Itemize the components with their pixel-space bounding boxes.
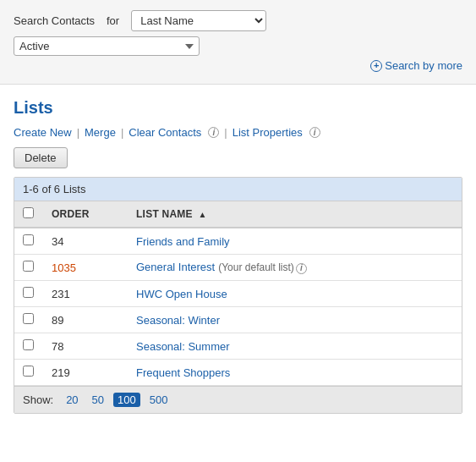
search-field-select[interactable]: Last Name First Name Email Phone (131, 10, 266, 31)
list-name-link[interactable]: Seasonal: Winter (136, 314, 220, 327)
list-name-link[interactable]: Frequent Shoppers (136, 366, 230, 379)
header-list-name-col[interactable]: LIST NAME ▲ (128, 201, 462, 228)
order-cell: 89 (43, 307, 128, 333)
delete-button[interactable]: Delete (14, 147, 68, 168)
search-status-select[interactable]: Active Inactive All (14, 36, 200, 56)
list-name-cell: Seasonal: Summer (128, 333, 462, 360)
table-row: 78Seasonal: Summer (14, 333, 462, 360)
search-section: Search Contacts for Last Name First Name… (0, 0, 476, 85)
default-list-info-icon[interactable]: i (296, 263, 307, 274)
order-cell: 78 (43, 333, 128, 360)
page-size-20[interactable]: 20 (62, 393, 82, 407)
search-label: Search Contacts (14, 14, 98, 27)
list-name-cell: HWC Open House (128, 281, 462, 307)
page-size-500[interactable]: 500 (145, 393, 172, 407)
separator-3: | (224, 126, 227, 139)
separator-2: | (121, 126, 123, 139)
list-properties-info-icon[interactable]: i (309, 127, 320, 138)
create-new-link[interactable]: Create New (14, 126, 72, 139)
order-cell: 1035 (43, 255, 128, 281)
list-name-cell: Friends and Family (128, 228, 462, 255)
lists-title: Lists (14, 98, 462, 118)
main-content: Lists Create New | Merge | Clear Contact… (0, 85, 476, 414)
list-name-link[interactable]: HWC Open House (136, 288, 227, 300)
order-cell: 34 (43, 228, 128, 255)
table-row: 219Frequent Shoppers (14, 360, 462, 386)
row-checkbox-cell (14, 360, 43, 386)
row-checkbox-cell (14, 307, 43, 333)
list-name-cell: General Interest(Your default list)i (128, 255, 462, 281)
row-checkbox-5[interactable] (23, 366, 34, 377)
row-checkbox-cell (14, 333, 43, 360)
order-cell: 219 (43, 360, 128, 386)
row-checkbox-4[interactable] (23, 339, 34, 350)
list-properties-link[interactable]: List Properties (233, 126, 303, 139)
page-size-50[interactable]: 50 (88, 393, 108, 407)
search-by-more-link[interactable]: + Search by more (370, 59, 462, 72)
table-row: 89Seasonal: Winter (14, 307, 462, 333)
table-row: 34Friends and Family (14, 228, 462, 255)
row-checkbox-1[interactable] (23, 261, 34, 272)
page-size-100[interactable]: 100 (113, 393, 140, 407)
lists-table: ORDER LIST NAME ▲ 34Friends and Family10… (14, 201, 462, 386)
row-checkbox-0[interactable] (23, 234, 34, 245)
row-checkbox-3[interactable] (23, 313, 34, 324)
table-footer: Show: 20 50 100 500 (14, 386, 462, 413)
table-header-row: ORDER LIST NAME ▲ (14, 201, 462, 228)
order-cell: 231 (43, 281, 128, 307)
plus-icon: + (370, 60, 382, 72)
clear-contacts-info-icon[interactable]: i (208, 127, 219, 138)
default-list-tag: (Your default list) (218, 261, 294, 273)
list-name-link[interactable]: Seasonal: Summer (136, 340, 230, 353)
row-checkbox-cell (14, 281, 43, 307)
row-checkbox-cell (14, 255, 43, 281)
table-row: 231HWC Open House (14, 281, 462, 307)
show-label: Show: (23, 393, 53, 406)
separator-1: | (77, 126, 79, 139)
row-checkbox-2[interactable] (23, 287, 34, 298)
merge-link[interactable]: Merge (85, 126, 116, 139)
table-row: 1035General Interest(Your default list)i (14, 255, 462, 281)
search-for-label: for (107, 14, 119, 27)
sort-arrow-icon: ▲ (198, 210, 206, 219)
list-name-link[interactable]: General Interest (136, 261, 215, 273)
list-name-cell: Frequent Shoppers (128, 360, 462, 386)
select-all-checkbox[interactable] (23, 207, 34, 218)
row-checkbox-cell (14, 228, 43, 255)
header-order-col[interactable]: ORDER (43, 201, 128, 228)
clear-contacts-link[interactable]: Clear Contacts (129, 126, 201, 139)
list-name-cell: Seasonal: Winter (128, 307, 462, 333)
lists-table-container: 1-6 of 6 Lists ORDER LIST NAME ▲ 34 (14, 177, 462, 414)
header-checkbox-col (14, 201, 43, 228)
action-bar: Create New | Merge | Clear Contacts i | … (14, 126, 462, 139)
table-info-row: 1-6 of 6 Lists (14, 178, 462, 201)
list-name-link[interactable]: Friends and Family (136, 235, 230, 248)
